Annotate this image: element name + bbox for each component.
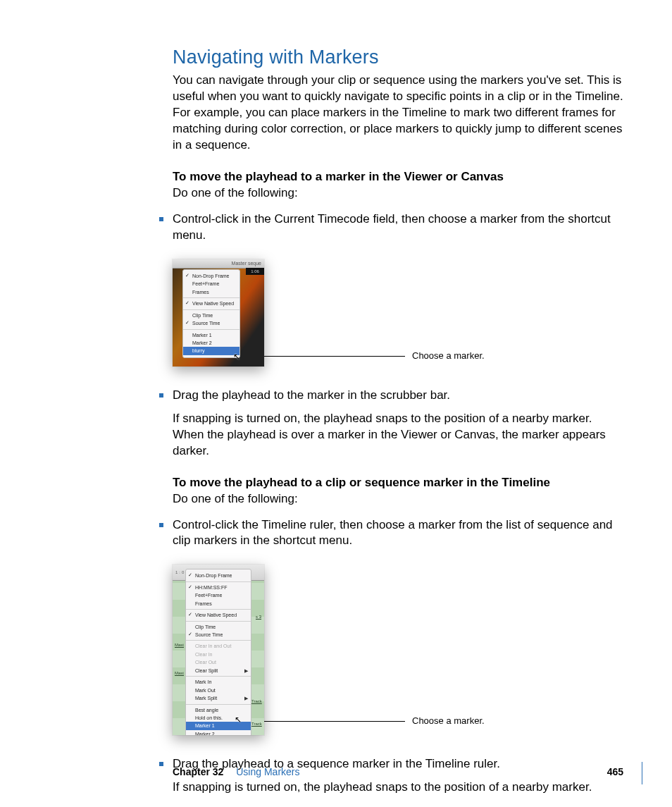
menu-item[interactable]: Marker 2 <box>186 730 251 736</box>
bullet-text: Control-click in the Current Timecode fi… <box>173 212 611 242</box>
bullet-sub-text: If snapping is turned on, the playhead s… <box>173 411 623 460</box>
menu-item[interactable]: Mark In <box>186 678 251 686</box>
menu-item[interactable]: Clip Time <box>186 623 251 631</box>
menu-item[interactable]: HH:MM:SS:FF <box>186 584 251 591</box>
timecode-readout: 1:06 <box>246 268 264 275</box>
menu-item[interactable]: Clear In and Out <box>186 642 251 650</box>
callout-label: Choose a marker. <box>412 715 485 726</box>
menu-item[interactable]: Mark Split▶ <box>186 694 251 702</box>
submenu-arrow-icon: ▶ <box>244 695 248 701</box>
menu-item[interactable]: View Native Speed <box>186 611 251 619</box>
menu-item[interactable]: Marker 1 <box>183 331 239 339</box>
menu-item[interactable]: Feet+Frame <box>186 591 251 599</box>
menu-item[interactable]: View Native Speed <box>183 300 239 307</box>
footer-chapter-title: Using Markers <box>236 766 299 777</box>
menu-item[interactable]: Frames <box>183 288 239 296</box>
menu-item[interactable]: Feet+Frame <box>183 280 239 288</box>
do-one-of-following: Do one of the following: <box>173 491 623 507</box>
callout-label: Choose a marker. <box>412 350 485 361</box>
subhead-bold: To move the playhead to a clip or sequen… <box>173 476 550 489</box>
bullet-item: Control-click the Timeline ruler, then c… <box>157 517 623 736</box>
intro-paragraph: You can navigate through your clip or se… <box>173 73 623 154</box>
cursor-icon: ↖ <box>235 714 242 725</box>
subhead-viewer-canvas: To move the playhead to a marker in the … <box>173 169 623 185</box>
menu-item[interactable]: Source Time <box>183 319 239 327</box>
menu-item[interactable]: Mark Out <box>186 686 251 694</box>
footer-page-number: 465 <box>607 765 623 779</box>
footer-chapter: Chapter 32 <box>173 766 223 777</box>
track-label: s 3 <box>256 614 261 620</box>
menu-item[interactable]: blurry <box>183 347 239 355</box>
bullet-sub-text: If snapping is turned on, the playhead s… <box>173 780 623 796</box>
subhead-bold: To move the playhead to a marker in the … <box>173 170 504 183</box>
section-heading: Navigating with Markers <box>173 44 623 70</box>
menu-item[interactable]: Best angle <box>186 706 251 714</box>
figure-shortcut-menu-timeline: 1:00 1:00 1:00:1 Mast Mast s 3 Track Tra… <box>173 565 264 735</box>
menu-item[interactable]: Source Time <box>186 631 251 639</box>
figure-shortcut-menu-viewer: Master seque 1:06 Non-Drop FrameFeet+Fra… <box>173 259 264 366</box>
bullet-item: Drag the playhead to the marker in the s… <box>157 388 623 460</box>
track-label: Mast <box>175 670 184 676</box>
footer-rule <box>642 762 642 784</box>
shortcut-menu: Non-Drop FrameFeet+FrameFramesView Nativ… <box>182 269 240 358</box>
bullet-text: Drag the playhead to the marker in the s… <box>173 388 450 402</box>
shortcut-menu: Non-Drop FrameHH:MM:SS:FFFeet+FrameFrame… <box>185 569 251 735</box>
menu-item[interactable]: Non-Drop Frame <box>183 272 239 280</box>
menu-item[interactable]: Clear Split▶ <box>186 667 251 674</box>
subhead-timeline: To move the playhead to a clip or sequen… <box>173 475 623 491</box>
menu-item[interactable]: Clear In <box>186 651 251 658</box>
menu-item[interactable]: Clip Time <box>183 312 239 319</box>
bullet-item: Control-click in the Current Timecode fi… <box>157 211 623 366</box>
track-label: Mast <box>175 642 184 648</box>
bullet-text: Control-click the Timeline ruler, then c… <box>173 518 613 548</box>
menu-item[interactable]: Marker 2 <box>183 339 239 347</box>
track-label: Track <box>251 721 262 727</box>
menu-item[interactable]: Frames <box>186 600 251 608</box>
submenu-arrow-icon: ▶ <box>244 667 248 674</box>
page-footer: Chapter 32 Using Markers 465 <box>173 765 623 779</box>
menu-item[interactable]: Clear Out <box>186 658 251 666</box>
track-label: Track <box>251 698 262 704</box>
menu-item[interactable]: Non-Drop Frame <box>186 572 251 579</box>
do-one-of-following: Do one of the following: <box>173 185 623 202</box>
